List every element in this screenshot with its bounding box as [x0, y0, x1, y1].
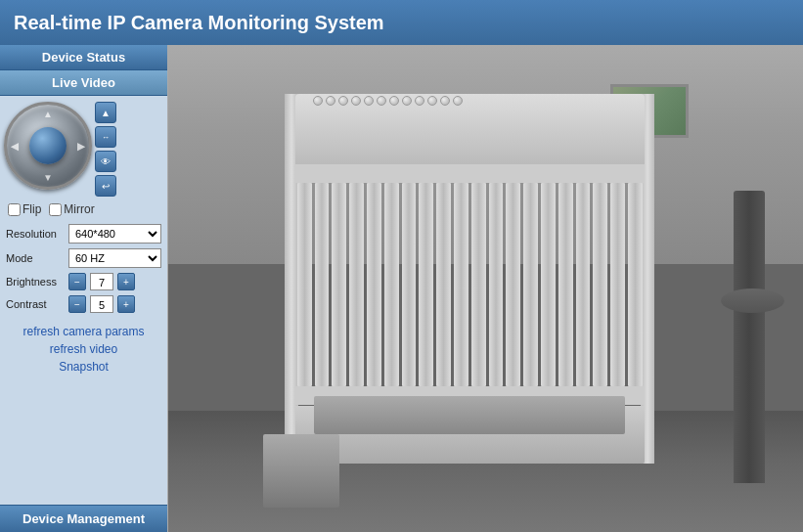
- crib-slat: [332, 183, 346, 385]
- crib-slat: [315, 183, 330, 385]
- right-object-1: [734, 191, 765, 483]
- contrast-value: 5: [90, 295, 113, 313]
- contrast-label: Contrast: [6, 298, 65, 310]
- crib-slat: [489, 183, 504, 385]
- right-object-2: [721, 288, 784, 313]
- crib-top-rail: [295, 164, 645, 184]
- brightness-value: 7: [90, 273, 113, 290]
- brightness-label: Brightness: [6, 276, 65, 288]
- flip-mirror-controls: Flip Mirror: [0, 199, 167, 220]
- device-management-header[interactable]: Device Management: [0, 505, 167, 532]
- crib-circle-4: [351, 96, 361, 106]
- crib-slat: [349, 183, 364, 385]
- flip-label[interactable]: Flip: [8, 202, 41, 216]
- brightness-row: Brightness − 7 +: [6, 273, 161, 290]
- flip-checkbox[interactable]: [8, 203, 21, 216]
- camera-view: [168, 45, 803, 532]
- resolution-row: Resolution 640*480 320*240 160*120: [6, 224, 161, 244]
- brightness-decrease-button[interactable]: −: [68, 273, 86, 290]
- contrast-row: Contrast − 5 +: [6, 295, 161, 313]
- ptz-center-ball: [29, 127, 67, 164]
- crib-slat: [593, 183, 607, 385]
- device-status-header: Device Status: [0, 45, 167, 70]
- crib-circle-2: [326, 96, 335, 106]
- crib-slat: [297, 183, 312, 385]
- ptz-joystick[interactable]: ▲ ▼ ◀ ▶: [4, 102, 92, 190]
- crib-slat: [471, 183, 486, 385]
- contrast-decrease-button[interactable]: −: [68, 295, 86, 313]
- app-title: Real-time IP Camera Monitoring System: [14, 12, 384, 34]
- crib-circle-5: [364, 96, 374, 106]
- crib-slat: [384, 183, 399, 385]
- snapshot-link[interactable]: Snapshot: [59, 360, 109, 374]
- ptz-down-indicator: ▼: [43, 172, 53, 183]
- crib-circle-11: [440, 96, 450, 106]
- crib-circle-12: [453, 96, 463, 106]
- crib-slat: [523, 183, 538, 385]
- crib-circle-1: [313, 96, 323, 106]
- crib-circle-3: [338, 96, 348, 106]
- ptz-up-button[interactable]: ▲: [95, 102, 116, 123]
- crib-slat: [558, 183, 573, 385]
- main-layout: Device Status Live Video ▲ ▼ ◀ ▶ ▲ ↔ 👁 ↩: [0, 45, 803, 532]
- ptz-patrol-button[interactable]: ↩: [95, 175, 116, 197]
- ptz-preset-button[interactable]: 👁: [95, 151, 116, 172]
- crib-circle-10: [427, 96, 437, 106]
- ptz-up-indicator: ▲: [43, 109, 53, 119]
- contrast-increase-button[interactable]: +: [117, 295, 135, 313]
- crib-slat: [419, 183, 433, 385]
- sidebar: Device Status Live Video ▲ ▼ ◀ ▶ ▲ ↔ 👁 ↩: [0, 45, 168, 532]
- crib-slat: [454, 183, 468, 385]
- crib-slat: [367, 183, 381, 385]
- crib-slat: [402, 183, 417, 385]
- brightness-increase-button[interactable]: +: [117, 273, 135, 290]
- crib-slat: [576, 183, 591, 385]
- crib-slat: [436, 183, 451, 385]
- ptz-side-buttons: ▲ ↔ 👁 ↩: [95, 102, 116, 197]
- crib-mattress: [314, 396, 625, 435]
- crib-circle-8: [402, 96, 412, 106]
- ptz-right-indicator: ▶: [77, 141, 85, 152]
- app-header: Real-time IP Camera Monitoring System: [0, 0, 803, 45]
- crib-slats: [295, 183, 645, 385]
- crib-circle-9: [415, 96, 424, 106]
- crib-circle-6: [377, 96, 386, 106]
- resolution-select[interactable]: 640*480 320*240 160*120: [68, 224, 161, 244]
- mirror-label[interactable]: Mirror: [49, 202, 94, 216]
- crib-slat: [610, 183, 625, 385]
- crib-slat: [506, 183, 520, 385]
- camera-controls: Resolution 640*480 320*240 160*120 Mode …: [0, 220, 167, 317]
- crib-headboard: [295, 94, 645, 164]
- mode-row: Mode 60 HZ 50 HZ: [6, 248, 161, 268]
- camera-scene: [168, 45, 803, 532]
- crib-slat: [541, 183, 556, 385]
- refresh-video-link[interactable]: refresh video: [50, 342, 117, 356]
- mode-label: Mode: [6, 252, 65, 264]
- ptz-controls: ▲ ▼ ◀ ▶ ▲ ↔ 👁 ↩: [0, 96, 167, 199]
- refresh-params-link[interactable]: refresh camera params: [22, 325, 144, 338]
- ptz-lr-button[interactable]: ↔: [95, 126, 116, 148]
- floor-item-left: [263, 434, 339, 508]
- crib-slat: [628, 183, 643, 385]
- live-video-header: Live Video: [0, 70, 167, 96]
- mirror-checkbox[interactable]: [49, 203, 62, 216]
- crib-decorative-circles: [313, 97, 627, 104]
- resolution-label: Resolution: [6, 228, 65, 240]
- mode-select[interactable]: 60 HZ 50 HZ: [68, 248, 161, 268]
- crib-circle-7: [389, 96, 399, 106]
- sidebar-links: refresh camera params refresh video Snap…: [0, 317, 167, 381]
- ptz-left-indicator: ◀: [11, 141, 19, 152]
